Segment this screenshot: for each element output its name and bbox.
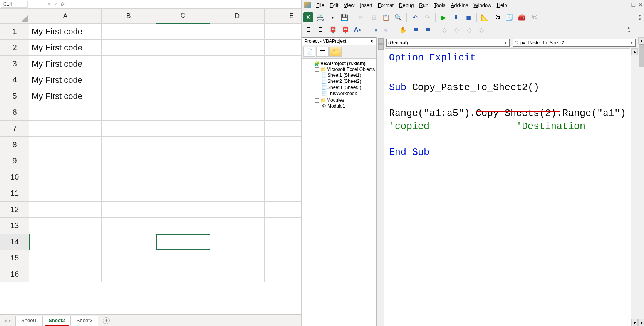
outer-scrollbar[interactable]: ▲ ▼	[638, 37, 644, 326]
scroll-up-icon[interactable]: ▲	[638, 37, 644, 44]
cell-C1[interactable]	[156, 24, 210, 40]
cell-D16[interactable]	[210, 266, 265, 282]
menu-add-ins[interactable]: Add-Ins	[449, 2, 471, 9]
minimize-icon[interactable]: —	[624, 2, 628, 8]
project-tree[interactable]: -🧩VBAProject (rr.xlsm) -📁Microsoft Excel…	[302, 59, 376, 326]
cell-E9[interactable]	[265, 153, 302, 169]
cell-B12[interactable]	[102, 202, 156, 218]
comment-block-icon[interactable]: ≣	[410, 24, 421, 35]
tree-excel-objects[interactable]: Microsoft Excel Objects	[327, 67, 375, 72]
cell-D3[interactable]	[210, 56, 265, 72]
row-header-5[interactable]: 5	[0, 88, 29, 104]
cell-A11[interactable]	[29, 185, 102, 202]
parameter-info-icon[interactable]: 📮	[340, 24, 351, 35]
row-header-14[interactable]: 14	[0, 234, 29, 250]
cell-A2[interactable]: My First code	[29, 40, 102, 56]
cell-D14[interactable]	[210, 234, 265, 250]
fx-icon[interactable]: fx	[61, 1, 65, 7]
cell-A13[interactable]	[29, 218, 102, 234]
view-object-icon[interactable]: 🗔	[316, 47, 329, 57]
cell-A7[interactable]	[29, 121, 102, 137]
find-icon[interactable]: 🔍	[393, 12, 404, 23]
cell-E12[interactable]	[265, 202, 302, 218]
tree-sheet[interactable]: 🧾Sheet3 (Sheet3)	[321, 84, 375, 91]
reset-icon[interactable]: ◼	[463, 12, 474, 23]
toolbar-overflow-2-icon[interactable]: ▸▾	[626, 24, 632, 35]
undo-icon[interactable]: ↶	[409, 12, 420, 23]
cell-D11[interactable]	[210, 185, 265, 202]
cell-D12[interactable]	[210, 202, 265, 218]
row-header-6[interactable]: 6	[0, 104, 29, 121]
cell-E15[interactable]	[265, 250, 302, 266]
menu-run[interactable]: Run	[417, 2, 431, 9]
tree-sheet[interactable]: 🧾Sheet1 (Sheet1)	[321, 72, 375, 78]
code-scrollbar[interactable]: ▲ ▼	[631, 48, 638, 326]
cell-C4[interactable]	[156, 72, 210, 88]
object-dropdown[interactable]: (General)▼	[386, 39, 510, 47]
cell-A14[interactable]	[29, 234, 102, 250]
toggle-folders-icon[interactable]: 📁	[329, 47, 342, 57]
menu-tools[interactable]: Tools	[431, 2, 448, 9]
run-icon[interactable]: ▶	[438, 12, 449, 23]
cell-B10[interactable]	[102, 169, 156, 185]
indent-icon[interactable]: ⇥	[369, 24, 380, 35]
bookmark-prev-icon[interactable]: ◇	[464, 24, 475, 35]
quick-info-icon[interactable]: 📮	[328, 24, 339, 35]
menu-format[interactable]: Format	[376, 2, 396, 9]
cell-E2[interactable]	[265, 40, 302, 56]
cell-A8[interactable]	[29, 137, 102, 153]
cell-A16[interactable]	[29, 266, 102, 282]
cell-D4[interactable]	[210, 72, 265, 88]
cell-B9[interactable]	[102, 153, 156, 169]
cell-A9[interactable]	[29, 153, 102, 169]
dropdown-chevron-icon[interactable]: ▾	[327, 12, 338, 23]
cell-B16[interactable]	[102, 266, 156, 282]
tree-module[interactable]: ⚙Module1	[321, 103, 375, 109]
view-code-icon[interactable]: 📄	[303, 47, 315, 57]
cell-C9[interactable]	[156, 153, 210, 169]
cell-B3[interactable]	[102, 56, 156, 72]
object-browser-icon[interactable]: 🧰	[517, 12, 527, 23]
cell-A15[interactable]	[29, 250, 102, 266]
cell-B2[interactable]	[102, 40, 156, 56]
cell-C16[interactable]	[156, 266, 210, 282]
cell-A6[interactable]	[29, 104, 102, 121]
cell-D10[interactable]	[210, 169, 265, 185]
tree-thisworkbook[interactable]: 🧾ThisWorkbook	[321, 91, 375, 97]
cell-B14[interactable]	[102, 234, 156, 250]
view-excel-icon[interactable]: X	[303, 12, 313, 22]
uncomment-block-icon[interactable]: ≣	[423, 24, 433, 35]
cell-E10[interactable]	[265, 169, 302, 185]
code-editor[interactable]: Option Explicit Sub Copy_Paste_To_Sheet2…	[385, 48, 630, 325]
procedure-dropdown[interactable]: Copy_Paste_To_Sheet2▼	[513, 39, 636, 47]
complete-word-icon[interactable]: A»	[352, 24, 363, 35]
row-header-12[interactable]: 12	[0, 202, 29, 218]
row-header-13[interactable]: 13	[0, 218, 29, 234]
scroll-down-icon[interactable]	[378, 44, 384, 50]
menu-insert[interactable]: Insert	[357, 2, 375, 9]
project-explorer-icon[interactable]: 🗂	[492, 12, 503, 23]
bookmark-toggle-icon[interactable]: ◇	[439, 24, 450, 35]
row-header-3[interactable]: 3	[0, 56, 29, 72]
cell-C14[interactable]	[156, 234, 210, 250]
cell-E5[interactable]	[265, 88, 302, 104]
cell-E14[interactable]	[265, 234, 302, 250]
cell-C3[interactable]	[156, 56, 210, 72]
cell-A5[interactable]: My First code	[29, 88, 102, 104]
cell-B7[interactable]	[102, 121, 156, 137]
row-header-8[interactable]: 8	[0, 137, 29, 153]
cell-A3[interactable]: My First code	[29, 56, 102, 72]
breakpoint-icon[interactable]: ✋	[398, 24, 409, 35]
cell-E6[interactable]	[265, 104, 302, 121]
row-header-11[interactable]: 11	[0, 185, 29, 202]
cell-E3[interactable]	[265, 56, 302, 72]
tree-project[interactable]: VBAProject (rr.xlsm)	[320, 61, 366, 66]
cell-B5[interactable]	[102, 88, 156, 104]
cell-C10[interactable]	[156, 169, 210, 185]
cell-B4[interactable]	[102, 72, 156, 88]
cell-A12[interactable]	[29, 202, 102, 218]
copy-icon[interactable]: ⎘	[368, 12, 379, 23]
menu-view[interactable]: View	[341, 2, 357, 9]
col-header-E[interactable]: E	[265, 9, 302, 24]
cell-E16[interactable]	[265, 266, 302, 282]
